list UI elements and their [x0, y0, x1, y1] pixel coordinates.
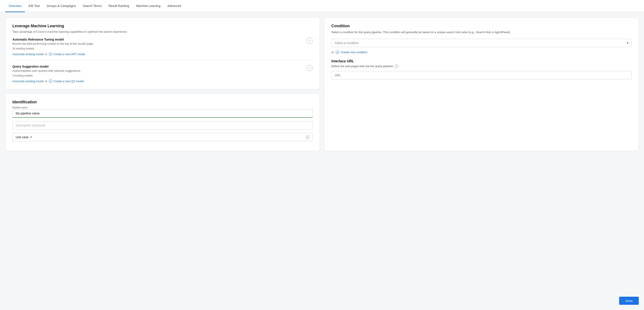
- url-input[interactable]: [331, 71, 632, 79]
- machine-learning-card: Leverage Machine Learning Take advantage…: [5, 18, 320, 89]
- interface-url-title: Interface URL: [331, 59, 632, 63]
- nav-item-ab-test[interactable]: A/B Test: [25, 0, 43, 12]
- condition-card: Condition Select a condition for this qu…: [324, 18, 639, 151]
- qs-model-actions: Associate existing model or + Create a n…: [12, 79, 313, 83]
- interface-url-description: Define the web pages that use the query …: [331, 65, 632, 68]
- qs-model-title: Query Suggestion model: [12, 65, 313, 68]
- nav-item-overview[interactable]: Overview: [5, 0, 25, 12]
- condition-select-wrapper: Select a condition ▼: [331, 39, 632, 47]
- or-create-condition-row: or + Create new condition: [331, 51, 632, 54]
- minus-icon: −: [309, 39, 310, 43]
- nav-item-machine-learning[interactable]: Machine Learning: [133, 0, 164, 12]
- identification-card: Identification Pipeline name Use-case ▼ …: [5, 94, 320, 151]
- nav-item-result-ranking[interactable]: Result Ranking: [105, 0, 133, 12]
- pipeline-name-label: Pipeline name: [12, 106, 313, 109]
- pipeline-name-input[interactable]: [12, 109, 313, 118]
- pipeline-name-field-group: Pipeline name: [12, 106, 313, 118]
- art-model-actions: Associate existing model or + Create a n…: [12, 52, 313, 56]
- ml-card-subtitle: Take advantage of Coveo's machine learni…: [12, 30, 313, 33]
- use-case-label: Use-case: [16, 135, 28, 139]
- use-case-dropdown[interactable]: Use-case ▼ i: [12, 133, 313, 141]
- condition-description: Select a condition for this query pipeli…: [331, 30, 632, 35]
- model-divider: [12, 60, 313, 60]
- nav-item-advanced[interactable]: Advanced: [164, 0, 184, 12]
- interface-url-info-icon: i: [395, 65, 398, 68]
- qs-or-text: or: [45, 80, 48, 83]
- qs-model-section: − Query Suggestion model Autocompletes u…: [12, 65, 313, 83]
- qs-model-description: Autocompletes user queries with relevant…: [12, 69, 313, 72]
- qs-model-count: 3 existing models: [12, 74, 313, 77]
- art-create-link[interactable]: Create a new ART model: [54, 53, 85, 56]
- use-case-info-icon: i: [306, 135, 309, 139]
- art-model-section: − Automatic Relevance Tuning model Boost…: [12, 38, 313, 56]
- use-case-field-group: Use-case ▼ i: [12, 133, 313, 141]
- create-condition-link[interactable]: Create new condition: [341, 51, 368, 54]
- art-associate-link[interactable]: Associate existing model: [12, 53, 44, 56]
- ml-card-title: Leverage Machine Learning: [12, 24, 313, 28]
- art-model-remove-button[interactable]: −: [306, 38, 313, 44]
- main-content: Leverage Machine Learning Take advantage…: [0, 12, 644, 156]
- qs-model-remove-button[interactable]: −: [306, 65, 313, 71]
- art-model-count: 16 existing models: [12, 47, 313, 50]
- condition-or-text: or: [331, 51, 334, 54]
- art-create-plus-icon: +: [49, 52, 52, 56]
- condition-title: Condition: [331, 24, 632, 28]
- condition-select[interactable]: Select a condition: [331, 39, 632, 47]
- qs-associate-link[interactable]: Associate existing model: [12, 80, 44, 83]
- art-or-text: or: [45, 53, 48, 56]
- art-model-description: Boosts the best performing content to th…: [12, 42, 313, 45]
- nav-item-search-terms[interactable]: Search Terms: [79, 0, 105, 12]
- create-condition-plus-icon: +: [336, 51, 339, 54]
- description-input[interactable]: [12, 121, 313, 130]
- minus-icon: −: [309, 66, 310, 70]
- identification-title: Identification: [12, 100, 313, 104]
- art-model-title: Automatic Relevance Tuning model: [12, 38, 313, 41]
- qs-create-link[interactable]: Create a new QS model: [54, 80, 84, 83]
- top-navigation: Overview A/B Test Groups & Campaigns Sea…: [0, 0, 644, 12]
- description-field-group: [12, 121, 313, 130]
- qs-create-plus-icon: +: [49, 79, 52, 83]
- use-case-chevron-icon: ▼: [30, 136, 32, 138]
- nav-item-groups-campaigns[interactable]: Groups & Campaigns: [43, 0, 79, 12]
